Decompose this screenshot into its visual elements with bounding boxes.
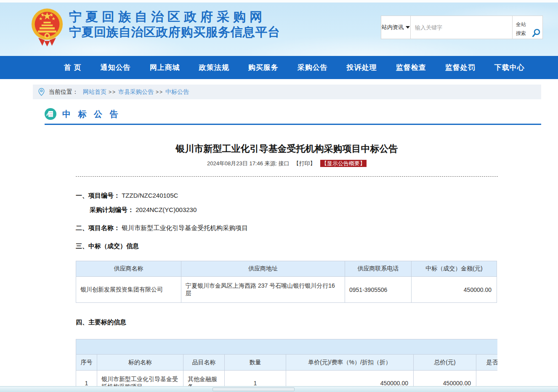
- award-info-heading: 三、中标（成交）信息: [76, 242, 498, 250]
- show-summary-badge[interactable]: 【显示公告概要】: [320, 160, 367, 167]
- section-divider: [45, 124, 541, 125]
- award-cell-phone: 0951-3905506: [345, 277, 412, 303]
- article-title: 银川市新型工业化引导基金受托机构采购项目中标公告: [76, 143, 498, 155]
- dashed-divider: [76, 176, 498, 177]
- award-cell-amount: 450000.00: [412, 277, 497, 303]
- site-search-label-line1: 全站: [516, 20, 542, 29]
- subject-header-unit-price: 单价(元)/费率（%）/折扣（折）: [286, 355, 414, 371]
- article-meta: 2024年08月23日 17:46 来源: 接口 【打印】 【显示公告概要】: [76, 160, 498, 167]
- document-icon: [45, 108, 56, 120]
- search-bar: 站内资讯 全站 搜索: [381, 16, 543, 39]
- plan-number-label: 采购计划编号：: [90, 206, 134, 213]
- chevron-down-icon: [406, 26, 410, 29]
- print-button[interactable]: 【打印】: [293, 160, 315, 167]
- subject-table-banner-row: [76, 339, 498, 355]
- nav-item-online-mall[interactable]: 网上商城: [150, 63, 180, 72]
- plan-number-value: 2024NCZ(YC)003230: [136, 206, 197, 213]
- breadcrumb-link-home[interactable]: 网站首页: [83, 88, 106, 96]
- article-date-source: 2024年08月23日 17:46 来源: 接口: [207, 160, 290, 167]
- subject-header-clipped: 是否: [476, 355, 498, 371]
- national-emblem-logo[interactable]: [31, 7, 63, 48]
- award-cell-address: 宁夏银川市金凤区上海西路 237 号石嘴山银行银川分行16层: [181, 277, 345, 303]
- breadcrumb: 当前位置： 网站首页 >> 市县采购公告 >> 中标公告: [33, 85, 541, 99]
- nav-item-supervision-check[interactable]: 监督检查: [396, 63, 426, 72]
- subject-header-qty: 数量: [225, 355, 286, 371]
- nav-item-notices[interactable]: 通知公告: [101, 63, 131, 72]
- project-number-line: 一、项目编号： TZZD/NZC240105C: [76, 192, 498, 200]
- section-header: 中 标 公 告: [45, 108, 558, 120]
- nav-item-purchase-services[interactable]: 购买服务: [248, 63, 279, 72]
- breadcrumb-separator: >>: [156, 89, 163, 95]
- nav-item-complaints[interactable]: 投诉处理: [347, 63, 377, 72]
- site-header: 宁夏回族自治区政府采购网 宁夏回族自治区政府购买服务信息平台 站内资讯 全站 搜…: [0, 3, 558, 56]
- award-header-amount: 中标（成交）金额(元): [412, 261, 497, 277]
- scrollbar-thumb[interactable]: [213, 387, 295, 391]
- subject-table: 序号 标的名称 品目名称 数量 单价(元)/费率（%）/折扣（折） 总价(元) …: [76, 339, 497, 392]
- project-name-label: 二、项目名称：: [76, 224, 120, 231]
- breadcrumb-label: 当前位置：: [49, 88, 78, 96]
- subject-header-category: 品目名称: [183, 355, 225, 371]
- search-category-value: 站内资讯: [382, 24, 404, 31]
- nav-item-home[interactable]: 首 页: [64, 63, 82, 72]
- site-title-line1: 宁夏回族自治区政府采购网: [69, 9, 280, 24]
- subject-header-no: 序号: [76, 355, 97, 371]
- plan-number-line: 采购计划编号： 2024NCZ(YC)003230: [76, 206, 498, 214]
- project-number-value: TZZD/NZC240105C: [122, 192, 178, 199]
- project-name-value: 银川市新型工业化引导基金受托机构采购项目: [122, 224, 248, 231]
- nav-item-procurement-announcements[interactable]: 采购公告: [298, 63, 328, 72]
- award-header-address: 供应商地址: [181, 261, 345, 277]
- emblem-icon: [31, 7, 63, 48]
- subject-header-total: 总价(元): [414, 355, 476, 371]
- award-header-supplier: 供应商名称: [76, 261, 181, 277]
- site-title-line2: 宁夏回族自治区政府购买服务信息平台: [69, 24, 280, 40]
- breadcrumb-link-city-county[interactable]: 市县采购公告: [118, 88, 154, 96]
- nav-item-download-center[interactable]: 下载中心: [494, 63, 525, 72]
- award-table-row: 银川创新发展投资集团有限公司 宁夏银川市金凤区上海西路 237 号石嘴山银行银川…: [76, 277, 497, 303]
- search-input[interactable]: [411, 16, 512, 39]
- project-name-line: 二、项目名称： 银川市新型工业化引导基金受托机构采购项目: [76, 224, 498, 232]
- subject-info-heading: 四、主要标的信息: [76, 318, 498, 326]
- breadcrumb-link-award[interactable]: 中标公告: [165, 88, 189, 96]
- search-category-select[interactable]: 站内资讯: [381, 16, 411, 39]
- search-icon: [531, 28, 541, 38]
- main-nav: 首 页 通知公告 网上商城 政策法规 购买服务 采购公告 投诉处理 监督检查 监…: [0, 56, 558, 79]
- award-header-phone: 供应商联系电话: [345, 261, 412, 277]
- horizontal-scrollbar[interactable]: [0, 386, 558, 392]
- project-number-label: 一、项目编号：: [76, 192, 120, 199]
- nav-item-supervision-penalty[interactable]: 监督处罚: [445, 63, 476, 72]
- award-table-header-row: 供应商名称 供应商地址 供应商联系电话 中标（成交）金额(元): [76, 261, 497, 277]
- nav-item-policies[interactable]: 政策法规: [199, 63, 229, 72]
- subject-header-name: 标的名称: [97, 355, 183, 371]
- award-table: 供应商名称 供应商地址 供应商联系电话 中标（成交）金额(元) 银川创新发展投资…: [76, 261, 497, 303]
- subject-table-banner-cell: [76, 339, 498, 355]
- section-title: 中 标 公 告: [62, 109, 121, 120]
- subject-table-clip: 序号 标的名称 品目名称 数量 单价(元)/费率（%）/折扣（折） 总价(元) …: [76, 339, 497, 392]
- site-search-button[interactable]: 全站 搜索: [512, 16, 542, 39]
- location-pin-icon: [38, 88, 45, 96]
- award-cell-supplier: 银川创新发展投资集团有限公司: [76, 277, 181, 303]
- announcement-article: 银川市新型工业化引导基金受托机构采购项目中标公告 2024年08月23日 17:…: [76, 143, 498, 392]
- subject-table-header-row: 序号 标的名称 品目名称 数量 单价(元)/费率（%）/折扣（折） 总价(元) …: [76, 355, 498, 371]
- site-titles: 宁夏回族自治区政府采购网 宁夏回族自治区政府购买服务信息平台: [69, 9, 280, 40]
- breadcrumb-separator: >>: [109, 89, 116, 95]
